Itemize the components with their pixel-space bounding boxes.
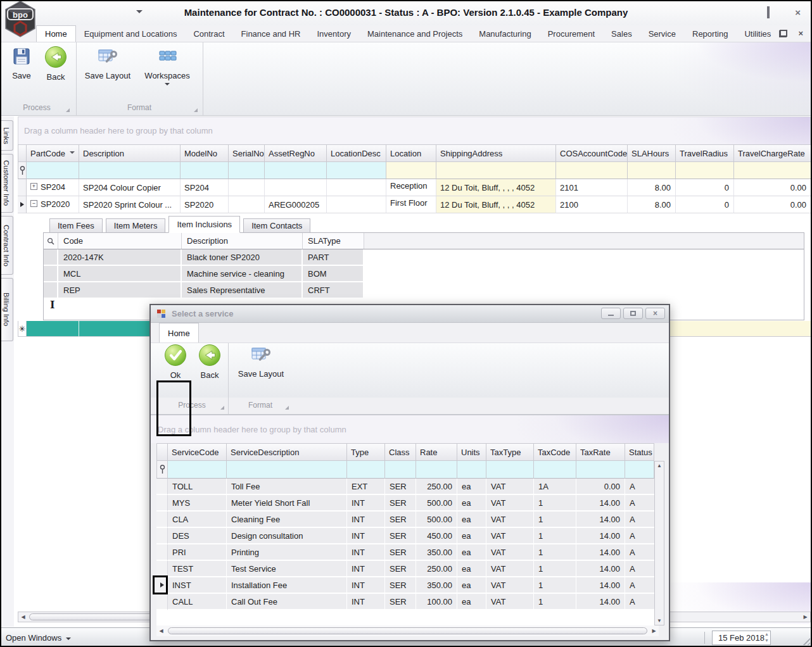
table-row[interactable]: MCL Machine service - cleaning BOM (44, 266, 804, 282)
ribbon-tab-maintenance[interactable]: Maintenance and Projects (359, 25, 471, 42)
mdi-restore-button[interactable] (780, 30, 787, 37)
table-row[interactable]: CLA Cleaning Fee INT SER 500.00 ea VAT 1… (156, 512, 654, 528)
cell-assetregno[interactable]: AREG000205 (265, 196, 327, 213)
cell-servicecode[interactable]: MYS (168, 495, 227, 512)
cell-taxrate[interactable]: 14.00 (576, 561, 625, 577)
cell-locationdesc[interactable] (327, 196, 386, 213)
ok-button[interactable]: Ok (159, 344, 192, 380)
cell-type[interactable]: INT (347, 594, 385, 610)
table-row[interactable]: DES Design consultation INT SER 450.00 e… (156, 528, 654, 544)
dialog-tab-home[interactable]: Home (159, 323, 199, 342)
table-row[interactable]: REP Sales Representative CRFT (44, 282, 804, 299)
column-header-description[interactable]: Description (182, 233, 303, 249)
cell-type[interactable]: INT (347, 528, 385, 544)
column-header-description[interactable]: Description (79, 144, 181, 162)
table-row[interactable]: TOLL Toll Fee EXT SER 250.00 ea VAT 1A 0… (156, 479, 654, 495)
cell-taxtype[interactable]: VAT (486, 577, 534, 594)
dialog-group-by-panel[interactable]: Drag a column header here to group by th… (151, 415, 669, 443)
cell-class[interactable]: SER (385, 544, 416, 561)
tab-item-inclusions[interactable]: Item Inclusions (168, 216, 240, 233)
filter-taxtype[interactable] (486, 461, 534, 479)
cell-taxrate[interactable]: 14.00 (576, 512, 625, 528)
cell-status[interactable]: A (625, 561, 654, 577)
cell-partcode[interactable]: −SP2020 (27, 196, 79, 213)
cell-servicecode[interactable]: PRI (168, 544, 227, 561)
cell-taxrate[interactable]: 0.00 (576, 479, 625, 495)
dialog-horizontal-scrollbar[interactable]: ◀ ▶ (156, 625, 659, 636)
cell-units[interactable]: ea (457, 577, 486, 594)
cell-cosaccountcode[interactable]: 2100 (556, 196, 628, 213)
column-header-rate[interactable]: Rate (416, 443, 457, 461)
sidebar-tab-contract-info[interactable]: Contract Info (0, 216, 13, 275)
column-header-servicedescription[interactable]: ServiceDescription (227, 443, 347, 461)
filter-locationdesc[interactable] (327, 162, 386, 179)
ribbon-tab-reporting[interactable]: Reporting (684, 25, 736, 42)
cell-servicecode[interactable]: CLA (168, 512, 227, 528)
row-indicator[interactable] (156, 544, 168, 561)
filter-slahours[interactable] (628, 162, 676, 179)
cell-taxcode[interactable]: 1 (534, 577, 576, 594)
ribbon-tab-equipment[interactable]: Equipment and Locations (76, 25, 186, 42)
column-header-location[interactable]: Location (386, 144, 436, 162)
scroll-left-icon[interactable]: ◀ (156, 628, 166, 634)
filter-serialno[interactable] (229, 162, 265, 179)
cell-taxrate[interactable]: 14.00 (576, 495, 625, 512)
cell-taxtype[interactable]: VAT (486, 594, 534, 610)
scroll-right-icon[interactable]: ▶ (649, 628, 659, 634)
cell-location[interactable]: Reception (386, 179, 436, 196)
spin-up-icon[interactable]: ▲ (764, 632, 769, 636)
sidebar-tab-customer-info[interactable]: Customer Info (0, 154, 13, 213)
cell-rate[interactable]: 500.00 (416, 512, 457, 528)
cell-taxtype[interactable]: VAT (486, 495, 534, 512)
cell-description[interactable]: SP204 Colour Copier (79, 179, 181, 196)
cell-rate[interactable]: 250.00 (416, 479, 457, 495)
scroll-up-icon[interactable]: ▲ (657, 463, 662, 468)
cell-servicedescription[interactable]: Installation Fee (227, 577, 347, 594)
column-header-locationdesc[interactable]: LocationDesc (327, 144, 386, 162)
spin-down-icon[interactable]: ▼ (764, 638, 769, 643)
table-row-selected[interactable]: INST Installation Fee INT SER 350.00 ea … (156, 577, 654, 594)
row-indicator[interactable] (44, 282, 58, 299)
column-header-cosaccountcode[interactable]: COSAccountCode (556, 144, 628, 162)
cell-assetregno[interactable] (265, 179, 327, 196)
filter-travelchargerate[interactable] (734, 162, 811, 179)
row-indicator[interactable] (156, 561, 168, 577)
dialog-group-process[interactable]: Process (157, 399, 227, 411)
cell-slahours[interactable]: 8.00 (628, 179, 676, 196)
row-indicator[interactable] (156, 577, 168, 594)
cell-taxtype[interactable]: VAT (486, 512, 534, 528)
table-row[interactable]: TEST Test Service INT SER 250.00 ea VAT … (156, 561, 654, 577)
cell-servicecode[interactable]: TOLL (168, 479, 227, 495)
cell-type[interactable]: INT (347, 544, 385, 561)
cell-servicecode[interactable]: CALL (168, 594, 227, 610)
dialog-vertical-scrollbar[interactable]: ▲ ▼ (654, 461, 664, 625)
cell-slatype[interactable]: CRFT (303, 282, 364, 299)
cell-servicedescription[interactable]: Design consultation (227, 528, 347, 544)
cell-taxtype[interactable]: VAT (486, 561, 534, 577)
column-header-units[interactable]: Units (457, 443, 486, 461)
cell-taxrate[interactable]: 14.00 (576, 544, 625, 561)
sidebar-tab-billing-info[interactable]: Billing Info (0, 278, 13, 341)
cell-taxrate[interactable]: 14.00 (576, 528, 625, 544)
filter-shippingaddress[interactable] (436, 162, 556, 179)
cell-shippingaddress[interactable]: 12 Du Toit, Bluff, , , , 4052 (436, 179, 556, 196)
scrollbar-thumb[interactable] (168, 627, 647, 634)
filter-arrow-icon[interactable] (70, 151, 75, 154)
scroll-down-icon[interactable]: ▼ (657, 618, 662, 624)
column-header-taxcode[interactable]: TaxCode (534, 443, 576, 461)
cell-rate[interactable]: 350.00 (416, 544, 457, 561)
cell-code[interactable]: MCL (58, 266, 182, 282)
dialog-group-format[interactable]: Format (229, 399, 291, 411)
filter-rate[interactable] (416, 461, 457, 479)
cell-rate[interactable]: 100.00 (416, 594, 457, 610)
table-row[interactable]: −SP2020 SP2020 Sprint Colour ... SP2020 … (18, 196, 811, 213)
cell-type[interactable]: INT (347, 577, 385, 594)
ribbon-tab-finance[interactable]: Finance and HR (233, 25, 309, 42)
cell-type[interactable]: INT (347, 512, 385, 528)
cell-class[interactable]: SER (385, 495, 416, 512)
cell-status[interactable]: A (625, 594, 654, 610)
column-header-partcode[interactable]: PartCode (27, 144, 79, 162)
cell-class[interactable]: SER (385, 528, 416, 544)
cell-rate[interactable]: 250.00 (416, 561, 457, 577)
cell-status[interactable]: A (625, 577, 654, 594)
